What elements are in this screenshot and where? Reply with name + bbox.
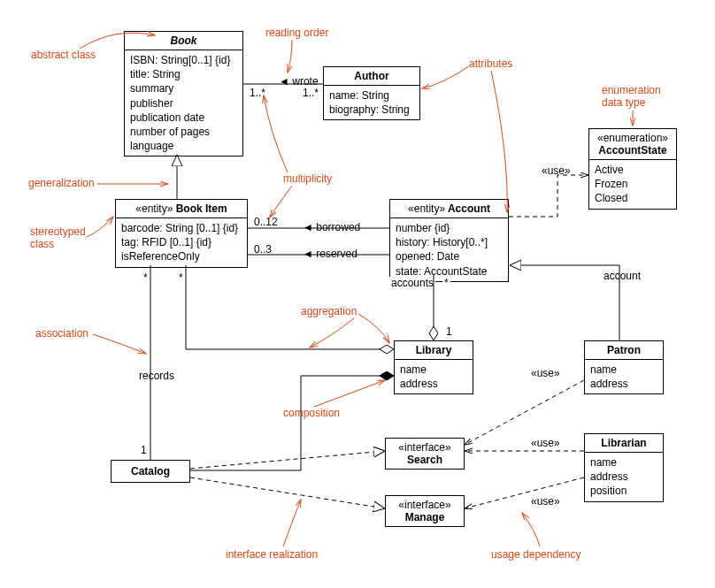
role-records: records — [137, 370, 176, 382]
title-text: Search — [386, 454, 464, 466]
attr: ISBN: String[0..1] {id} — [130, 53, 237, 67]
role-account: account — [602, 270, 642, 282]
title-text: Account — [448, 202, 490, 215]
attr: history: History[0..*] — [396, 235, 503, 249]
anno-usage-dependency: usage dependency — [491, 548, 580, 561]
attr: position — [590, 484, 657, 498]
attr: address — [400, 377, 467, 391]
class-patron: Patron name address — [584, 340, 664, 394]
mult-star-catalog: * — [142, 271, 150, 284]
use-label-2: «use» — [529, 367, 562, 379]
mult-one-lib: 1 — [444, 325, 454, 338]
anno-arrow-assoc — [93, 334, 146, 354]
assoc-label-wrote: ◄ wrote — [277, 75, 320, 88]
title-text: Manage — [386, 511, 464, 523]
stereotype: «entity» — [135, 202, 173, 215]
class-body: name address — [395, 360, 473, 393]
edge-aggregation-lib-bookitem — [186, 265, 393, 349]
use-label-1: «use» — [540, 164, 573, 177]
mult-author-right: 1..* — [301, 87, 320, 99]
anno-arrow-reading — [288, 40, 292, 73]
anno-arrow-mult2 — [270, 186, 292, 218]
attr: opened: Date — [396, 249, 503, 263]
anno-reading-order: reading order — [265, 27, 328, 39]
class-title: Patron — [585, 341, 663, 360]
anno-association: association — [35, 327, 88, 340]
mult-author-left: 1..* — [248, 87, 267, 99]
role-accounts: accounts — [389, 277, 435, 289]
anno-arrow-stereo — [87, 217, 113, 237]
stereotype: «interface» — [386, 499, 464, 511]
class-account: «entity» Account number {id} history: Hi… — [389, 199, 509, 282]
title-text: Catalog — [131, 465, 170, 477]
class-title: «entity» Book Item — [116, 200, 247, 218]
literal: Frozen — [595, 177, 671, 191]
mult-star-accounts: * — [442, 277, 450, 289]
anno-arrow-attrs2 — [491, 71, 507, 212]
anno-arrow-attrs1 — [422, 66, 469, 88]
attr: name — [590, 455, 657, 470]
edge-use-accountstate — [509, 175, 588, 217]
class-body: name address position — [585, 453, 663, 501]
anno-aggregation: aggregation — [301, 305, 357, 317]
attr: tag: RFID [0..1] {id} — [121, 235, 242, 249]
anno-arrow-comp — [314, 380, 385, 407]
title-text: Book Item — [176, 202, 227, 215]
assoc-label-reserved: ◄ reserved — [301, 248, 359, 260]
anno-arrow-realize — [283, 500, 301, 546]
anno-stereotyped: stereotyped class — [30, 225, 86, 250]
class-catalog: Catalog — [111, 460, 190, 483]
class-body: Active Frozen Closed — [589, 160, 676, 209]
class-body: name: String biography: String — [324, 86, 419, 119]
class-librarian: Librarian name address position — [584, 433, 664, 502]
class-body: number {id} history: History[0..*] opene… — [390, 218, 508, 281]
attr: summary — [130, 81, 237, 95]
mult-reserved: 0..3 — [252, 243, 273, 256]
class-bookitem: «entity» Book Item barcode: String [0..1… — [115, 199, 248, 268]
attr: name: String — [329, 88, 414, 103]
class-title: Library — [395, 341, 473, 360]
attr: publication date — [130, 111, 237, 125]
anno-attributes: attributes — [469, 57, 512, 70]
stereotype: «interface» — [386, 441, 464, 454]
attr: number of pages — [130, 125, 237, 139]
class-title: «enumeration» AccountState — [589, 129, 676, 160]
attr: language — [130, 139, 237, 153]
class-manage: «interface» Manage — [385, 495, 465, 527]
class-title: Author — [324, 67, 419, 86]
anno-arrow-usage — [522, 513, 540, 546]
anno-arrow-mult1 — [264, 95, 288, 172]
stereotype: «enumeration» — [595, 132, 671, 144]
class-search: «interface» Search — [385, 438, 465, 470]
stereotype: «entity» — [408, 202, 445, 215]
class-accountstate: «enumeration» AccountState Active Frozen… — [588, 128, 677, 210]
anno-arrow-agg1 — [358, 314, 389, 343]
anno-multiplicity: multiplicity — [283, 172, 332, 185]
class-body: name address — [585, 360, 663, 393]
mult-star-lib: * — [177, 271, 185, 284]
class-title: Book — [125, 32, 242, 50]
use-label-3: «use» — [529, 437, 562, 449]
use-label-4: «use» — [529, 495, 562, 508]
assoc-label-borrowed: ◄ borrowed — [301, 221, 362, 233]
attr: name — [400, 363, 467, 377]
mult-one-catalog: 1 — [139, 444, 149, 456]
class-author: Author name: String biography: String — [323, 66, 420, 120]
literal: Active — [595, 163, 671, 177]
edge-use-patron-search — [465, 380, 584, 445]
title-text: AccountState — [595, 144, 671, 157]
literal: Closed — [595, 191, 671, 205]
class-title: Librarian — [585, 434, 663, 453]
anno-arrow-agg2 — [310, 318, 354, 347]
attr: isReferenceOnly — [121, 249, 242, 263]
edge-realize-search — [190, 451, 385, 469]
attr: title: String — [130, 67, 237, 81]
edge-composition — [190, 376, 393, 470]
anno-composition: composition — [283, 407, 340, 419]
mult-borrowed: 0..12 — [252, 216, 280, 228]
attr: address — [590, 377, 657, 391]
class-body: barcode: String [0..1] {id} tag: RFID [0… — [116, 218, 247, 267]
anno-generalization: generalization — [28, 177, 95, 189]
class-body: ISBN: String[0..1] {id} title: String su… — [125, 50, 242, 156]
anno-enumeration: enumeration data type — [602, 84, 661, 109]
